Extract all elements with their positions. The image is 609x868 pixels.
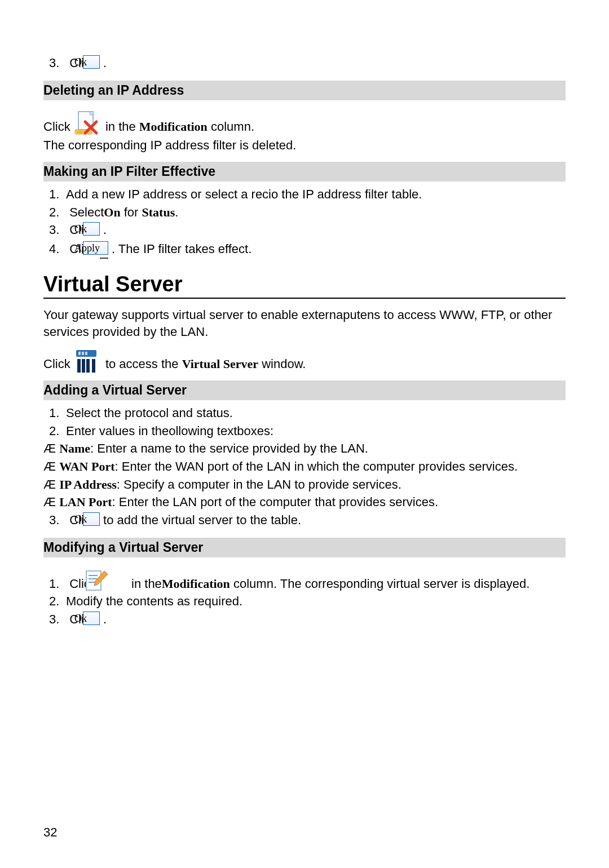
delete-ip-line2: The corresponding IP address filter is d… xyxy=(43,137,566,154)
svg-rect-3 xyxy=(77,131,83,133)
heading-adding-vs: Adding a Virtual Server xyxy=(43,380,566,400)
heading-deleting-ip: Deleting an IP Address xyxy=(43,81,566,100)
add-vs-step3: 3. Click Ok to add the virtual server to… xyxy=(43,512,566,530)
heading-modifying-vs: Modifying a Virtual Server xyxy=(43,538,566,557)
edit-icon[interactable] xyxy=(100,568,125,594)
make-eff-step4: 4. Click Apply . The IP filter takes eff… xyxy=(43,241,566,259)
svg-rect-7 xyxy=(78,352,81,355)
add-vs-name: Æ Name: Enter a name to the service prov… xyxy=(43,440,566,457)
svg-rect-12 xyxy=(86,359,90,373)
page-number: 32 xyxy=(43,825,57,840)
make-eff-step1: 1.Add a new IP address or select a recio… xyxy=(43,186,566,203)
add-vs-lan-port: Æ LAN Port: Enter the LAN port of the co… xyxy=(43,494,566,511)
svg-rect-11 xyxy=(82,359,85,373)
apply-button[interactable]: Apply xyxy=(100,241,108,259)
add-vs-wan-port: Æ WAN Port: Enter the WAN port of the LA… xyxy=(43,458,566,475)
make-eff-step2: 2. SelectOn for Status. xyxy=(43,204,566,221)
mod-vs-step3: 3. Click Ok . xyxy=(43,611,566,629)
svg-rect-9 xyxy=(85,352,87,355)
make-eff-step3: 3. Click Ok . xyxy=(43,222,566,240)
virtual-server-icon[interactable] xyxy=(74,348,99,374)
delete-ip-line1: Click in the Modification column. xyxy=(43,105,566,135)
mod-vs-step1: 1. Click in theModification column. The … xyxy=(43,562,566,592)
virtual-server-click: Click to access the Virtual Server windo… xyxy=(43,342,566,373)
virtual-server-intro: Your gateway supports virtual server to … xyxy=(43,307,566,340)
mod-vs-step2: 2.Modify the contents as required. xyxy=(43,593,566,610)
heading-making-effective: Making an IP Filter Effective xyxy=(43,162,566,181)
delete-icon[interactable] xyxy=(74,110,99,136)
svg-rect-10 xyxy=(77,359,81,373)
add-vs-ip-address: Æ IP Address: Specify a computer in the … xyxy=(43,476,566,493)
heading-virtual-server: Virtual Server xyxy=(43,272,566,296)
add-vs-step2: 2.Enter values in theollowing textboxes: xyxy=(43,423,566,440)
add-vs-step1: 1.Select the protocol and status. xyxy=(43,405,566,422)
svg-rect-13 xyxy=(92,359,95,373)
divider xyxy=(43,298,566,299)
svg-rect-8 xyxy=(82,352,84,355)
step-click-ok: 3. Click Ok . xyxy=(43,55,566,73)
